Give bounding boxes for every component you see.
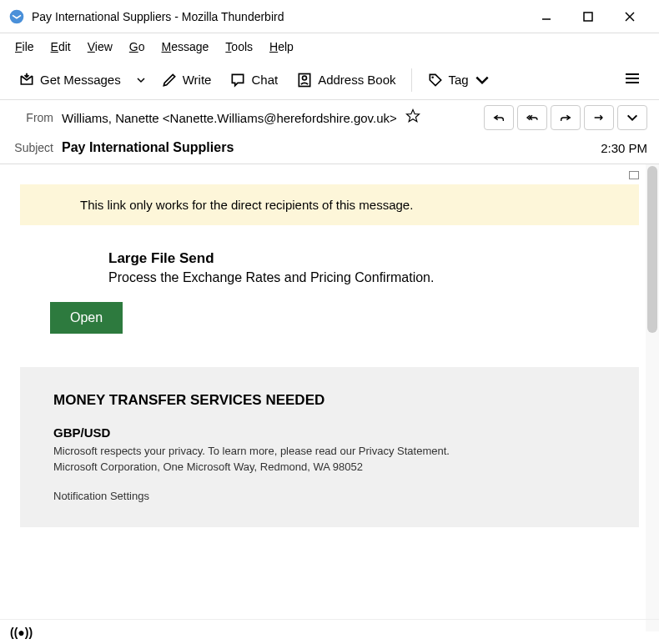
scrollbar-thumb[interactable] <box>647 166 657 333</box>
svg-point-6 <box>303 76 307 80</box>
reply-all-button[interactable] <box>517 105 547 130</box>
menu-help[interactable]: Help <box>263 37 300 57</box>
get-messages-button[interactable]: Get Messages <box>10 67 129 93</box>
svg-point-0 <box>10 9 24 23</box>
address-book-button[interactable]: Address Book <box>288 67 404 93</box>
from-label: From <box>12 111 53 124</box>
file-title: Large File Send <box>108 250 609 267</box>
maximize-button[interactable] <box>567 0 609 33</box>
toolbar-separator <box>411 68 412 92</box>
message-time: 2:30 PM <box>601 141 647 155</box>
get-messages-label: Get Messages <box>40 73 121 87</box>
star-icon[interactable] <box>405 108 420 127</box>
subject-value: Pay International Suppliers <box>62 140 592 155</box>
statusbar: ((●)) <box>0 619 659 644</box>
write-label: Write <box>183 73 212 87</box>
get-messages-dropdown[interactable] <box>131 70 151 90</box>
remote-content-indicator <box>629 171 639 179</box>
chat-button[interactable]: Chat <box>221 67 286 93</box>
menu-view[interactable]: View <box>81 37 119 57</box>
menu-edit[interactable]: Edit <box>44 37 78 57</box>
footer-settings-link[interactable]: Notification Settings <box>53 490 606 502</box>
svg-rect-2 <box>584 13 592 21</box>
footer-currency: GBP/USD <box>53 425 606 440</box>
activity-icon: ((●)) <box>10 626 33 639</box>
scrollbar[interactable] <box>646 164 659 631</box>
chat-label: Chat <box>251 73 278 87</box>
more-actions-button[interactable] <box>617 105 647 130</box>
from-row: From Williams, Nanette <Nanette.Williams… <box>0 100 659 135</box>
menu-message[interactable]: Message <box>155 37 216 57</box>
footer-title: MONEY TRANSFER SERVICES NEEDED <box>53 392 606 409</box>
menubar: File Edit View Go Message Tools Help <box>0 33 659 60</box>
forward-button[interactable] <box>551 105 581 130</box>
tag-button[interactable]: Tag <box>419 67 499 93</box>
open-button[interactable]: Open <box>50 302 123 334</box>
close-button[interactable] <box>609 0 651 33</box>
svg-point-7 <box>431 76 434 78</box>
window-controls <box>526 0 651 33</box>
chevron-down-icon <box>474 72 490 88</box>
message-actions <box>484 105 647 130</box>
file-section: Large File Send Process the Exchange Rat… <box>0 250 659 285</box>
tag-label: Tag <box>449 73 469 87</box>
subject-label: Subject <box>12 141 53 154</box>
titlebar: Pay International Suppliers - Mozilla Th… <box>0 0 659 33</box>
redirect-button[interactable] <box>584 105 614 130</box>
notice-text: This link only works for the direct reci… <box>20 184 639 225</box>
minimize-button[interactable] <box>526 0 567 33</box>
app-menu-button[interactable] <box>616 65 649 95</box>
footer-address: Microsoft Corporation, One Microsoft Way… <box>53 460 606 473</box>
write-button[interactable]: Write <box>153 67 220 93</box>
reply-button[interactable] <box>484 105 514 130</box>
address-book-label: Address Book <box>318 73 395 87</box>
file-description: Process the Exchange Rates and Pricing C… <box>108 270 609 285</box>
footer-section: MONEY TRANSFER SERVICES NEEDED GBP/USD M… <box>20 367 639 527</box>
subject-row: Subject Pay International Suppliers 2:30… <box>0 135 659 164</box>
toolbar: Get Messages Write Chat Address Book Tag <box>0 60 659 100</box>
footer-privacy: Microsoft respects your privacy. To lear… <box>53 445 606 457</box>
app-icon <box>8 8 25 25</box>
message-body: This link only works for the direct reci… <box>0 164 659 631</box>
menu-tools[interactable]: Tools <box>219 37 259 57</box>
menu-go[interactable]: Go <box>123 37 152 57</box>
from-value: Williams, Nanette <Nanette.Williams@here… <box>62 111 397 125</box>
menu-file[interactable]: File <box>8 37 41 57</box>
window-title: Pay International Suppliers - Mozilla Th… <box>32 10 526 23</box>
